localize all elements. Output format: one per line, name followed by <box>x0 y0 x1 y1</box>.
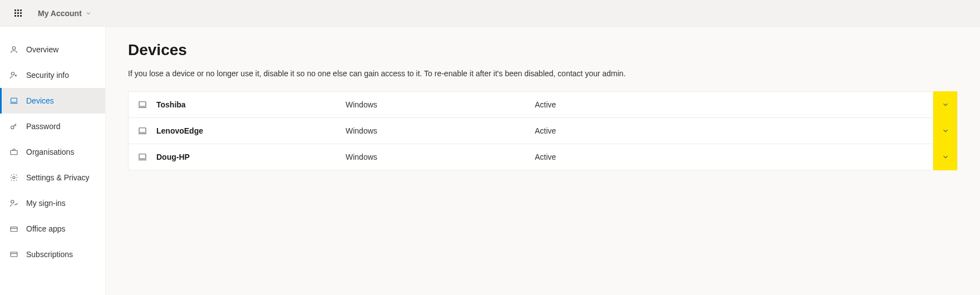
page-title: Devices <box>128 41 958 59</box>
svg-point-3 <box>11 126 14 129</box>
device-list: Toshiba Windows Active LenovoEdge Window… <box>128 91 958 170</box>
laptop-icon <box>137 100 156 110</box>
sidebar: Overview Security info Devices Password <box>0 27 106 295</box>
page-subtitle: If you lose a device or no longer use it… <box>128 69 958 78</box>
expand-button[interactable] <box>933 144 957 170</box>
device-name: Doug-HP <box>156 153 346 161</box>
sidebar-item-office-apps[interactable]: Office apps <box>0 216 105 242</box>
svg-rect-10 <box>139 128 146 132</box>
svg-point-5 <box>13 176 15 179</box>
sidebar-item-label: Security info <box>26 71 69 80</box>
sidebar-item-label: Overview <box>26 45 58 54</box>
key-icon <box>9 122 19 131</box>
device-name: Toshiba <box>156 100 346 109</box>
sidebar-item-overview[interactable]: Overview <box>0 37 105 62</box>
sidebar-item-label: Subscriptions <box>26 250 73 259</box>
device-row[interactable]: Toshiba Windows Active <box>128 91 958 118</box>
app-launcher-button[interactable] <box>4 0 31 27</box>
device-os: Windows <box>346 100 535 109</box>
svg-rect-9 <box>139 102 146 106</box>
account-label: My Account <box>38 9 82 18</box>
sidebar-item-password[interactable]: Password <box>0 114 105 139</box>
gear-icon <box>9 173 19 182</box>
chevron-down-icon <box>942 127 949 135</box>
svg-rect-4 <box>11 150 17 154</box>
sidebar-item-subscriptions[interactable]: Subscriptions <box>0 242 105 267</box>
chevron-down-icon <box>942 101 949 109</box>
svg-rect-2 <box>11 98 17 102</box>
sidebar-item-label: Office apps <box>26 224 66 233</box>
device-status: Active <box>535 153 933 161</box>
device-row[interactable]: Doug-HP Windows Active <box>128 144 958 170</box>
person-icon <box>9 45 19 54</box>
svg-rect-7 <box>11 227 17 232</box>
sidebar-item-label: Settings & Privacy <box>26 173 90 182</box>
sidebar-item-label: Devices <box>26 96 54 105</box>
device-status: Active <box>535 126 933 135</box>
svg-rect-11 <box>139 154 146 159</box>
sidebar-item-settings-privacy[interactable]: Settings & Privacy <box>0 165 105 190</box>
card-icon <box>9 250 19 259</box>
security-info-icon <box>9 71 19 80</box>
sidebar-item-organisations[interactable]: Organisations <box>0 139 105 165</box>
svg-point-6 <box>11 200 14 203</box>
laptop-icon <box>137 152 156 162</box>
sidebar-item-label: My sign-ins <box>26 199 66 208</box>
sidebar-item-security-info[interactable]: Security info <box>0 62 105 88</box>
svg-point-1 <box>11 72 14 75</box>
waffle-icon <box>14 9 22 17</box>
expand-button[interactable] <box>933 91 957 118</box>
svg-rect-8 <box>11 252 17 257</box>
sidebar-item-label: Organisations <box>26 148 74 156</box>
sidebar-item-label: Password <box>26 122 60 131</box>
svg-point-0 <box>12 47 15 50</box>
laptop-icon <box>9 96 19 105</box>
device-os: Windows <box>346 126 535 135</box>
signins-icon <box>9 199 19 208</box>
top-bar: My Account <box>0 0 980 27</box>
chevron-down-icon <box>942 153 949 161</box>
apps-icon <box>9 224 19 233</box>
device-status: Active <box>535 100 933 109</box>
main-content: Devices If you lose a device or no longe… <box>106 27 980 295</box>
briefcase-icon <box>9 148 19 156</box>
sidebar-item-my-signins[interactable]: My sign-ins <box>0 190 105 216</box>
chevron-down-icon <box>85 10 92 17</box>
device-row[interactable]: LenovoEdge Windows Active <box>128 117 958 144</box>
expand-button[interactable] <box>933 117 957 144</box>
sidebar-item-devices[interactable]: Devices <box>0 88 105 114</box>
laptop-icon <box>137 126 156 136</box>
device-os: Windows <box>346 153 535 161</box>
device-name: LenovoEdge <box>156 126 346 135</box>
account-dropdown[interactable]: My Account <box>31 0 99 27</box>
